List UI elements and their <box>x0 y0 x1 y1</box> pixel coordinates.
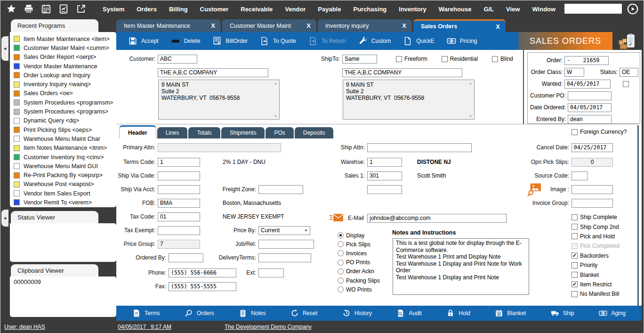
bottom-button-reset[interactable]: Reset <box>290 309 317 317</box>
delivery-terms-field[interactable] <box>258 253 311 262</box>
toolbar-button-billorder[interactable]: $BillOrder <box>206 36 254 46</box>
radio-wo-prints[interactable]: WO Prints <box>338 285 380 294</box>
print-icon[interactable] <box>24 4 34 14</box>
recent-program-order-lookup-and-inquiry[interactable]: Order Lookup and Inquiry <box>14 71 115 80</box>
clipboard-viewer-header[interactable]: Clipboard Viewer <box>11 264 98 276</box>
bottom-button-history[interactable]: History <box>342 309 372 317</box>
cancel-date-field[interactable]: 04/25/2017 <box>572 143 613 152</box>
notes-box[interactable]: This is a test global note for display t… <box>393 238 529 295</box>
statusbar-company[interactable]: The Development Demo Company <box>225 324 312 330</box>
menu-receivable[interactable]: Receivable <box>234 6 279 13</box>
menu-orders[interactable]: Orders <box>130 6 163 13</box>
primary-attn-field[interactable] <box>158 143 281 152</box>
customer-po-field[interactable] <box>568 91 612 100</box>
recent-program-re-print-packing-by-oepsrp[interactable]: Re-Print Packing By <oepsrp> <box>14 171 115 179</box>
flag-blanket[interactable]: Blanket <box>572 270 620 279</box>
bottom-button-ship[interactable]: Ship <box>551 309 574 317</box>
freight-zone-field[interactable] <box>258 185 303 194</box>
customer-address-scrollbar[interactable]: ▲▼ <box>272 80 279 119</box>
phone-field[interactable]: (555) 556-6666 <box>169 268 236 277</box>
wanted-checkbox[interactable] <box>623 81 629 87</box>
order-number-field[interactable]: - 21659 <box>564 56 609 65</box>
toolbar-button-delete[interactable]: Delete <box>165 36 207 46</box>
scroll-down-icon[interactable]: ▼ <box>469 114 472 118</box>
shipto-name-field[interactable]: THE A,B,C COMPANY <box>342 68 462 77</box>
detail-tab-deposits[interactable]: Deposits <box>295 127 334 138</box>
open-window-icon[interactable] <box>76 4 86 14</box>
recent-program-warehouse-menu-maint-char[interactable]: Warehouse Menu Maint Char <box>14 134 115 143</box>
shipto-option-residential[interactable]: Residential <box>442 56 478 62</box>
toolbar-button-to-quote[interactable]: To Quote <box>254 36 302 46</box>
flag-backorders[interactable]: ✓ Backorders <box>572 251 620 260</box>
statusbar-user[interactable]: User: dean HAS <box>4 324 45 330</box>
ship-attn-field[interactable] <box>367 143 472 152</box>
customer-address-box[interactable]: 9 MAIN ST Suite 2 WATERBURY, VT 05676-95… <box>158 80 280 120</box>
opn-pick-slips-field[interactable]: 0 <box>572 158 613 167</box>
invoice-group-field[interactable] <box>572 199 613 208</box>
customer-code-field[interactable]: ABC <box>158 55 197 64</box>
menu-vendor[interactable]: Vendor <box>279 6 312 13</box>
scroll-up-icon[interactable]: ▲ <box>274 81 277 85</box>
recent-program-warehouse-menu-maint-gui[interactable]: Warehouse Menu Maint GUI <box>14 162 115 171</box>
radio-packing-slips[interactable]: Packing Slips <box>338 276 380 285</box>
recent-program-print-picking-slips-oeps[interactable]: Print Picking Slips <oeps> <box>14 125 115 134</box>
menu-system[interactable]: System <box>97 6 130 13</box>
statusbar-datetime[interactable]: 04/05/2017 9:17 AM <box>118 324 171 330</box>
entered-by-field[interactable]: dean <box>568 115 612 124</box>
recent-program-item-master-maintenance-item[interactable]: Item Master Maintenance <item> <box>14 34 115 43</box>
menu-g-l[interactable]: G/L <box>477 6 500 13</box>
favorites-star-icon[interactable] <box>6 4 16 14</box>
toolbar-button-custom[interactable]: Custom <box>352 36 397 46</box>
recent-program-customer-inventory-inq-cinv[interactable]: Customer Inventory Inq <cinv> <box>14 153 115 162</box>
bottom-button-blanket[interactable]: Blanket <box>495 309 526 317</box>
status-viewer-header[interactable]: Status Viewer <box>11 211 98 223</box>
recent-program-system-procedures-programs[interactable]: System Procedures <programs> <box>14 107 115 116</box>
recent-program-item-notes-maintenance-itnm[interactable]: Item Notes Maintenance <itnm> <box>14 144 115 153</box>
status-viewer-collapse-handle[interactable]: ◄ <box>1 210 8 227</box>
recent-program-warehouse-post-wapost[interactable]: Warehouse Post <wapost> <box>14 180 115 189</box>
close-icon[interactable]: X <box>306 22 311 29</box>
recent-program-sales-order-report-oerpt[interactable]: Sales Order Report <oerpt> <box>14 53 115 62</box>
menu-customer[interactable]: Customer <box>194 6 235 13</box>
menu-purchasing[interactable]: Purchasing <box>347 6 393 13</box>
email-field[interactable]: johndoe@abccomp.com <box>367 214 507 223</box>
recent-program-vendor-remit-to-verem[interactable]: Vendor Remit To <verem> <box>14 198 115 207</box>
detail-tab-shipments[interactable]: Shipments <box>221 127 265 138</box>
detail-tab-totals[interactable]: Totals <box>188 127 220 138</box>
flag-no-manifest-bill[interactable]: No Manifest Bill <box>572 289 620 299</box>
scroll-up-icon[interactable]: ▲ <box>469 81 472 85</box>
radio-display[interactable]: Display <box>338 231 380 240</box>
report-icon[interactable] <box>58 4 69 14</box>
ship-via-code-field[interactable] <box>158 171 200 180</box>
tab-sales-orders[interactable]: Sales Orders X <box>413 19 506 32</box>
recent-program-vendor-item-sales-export[interactable]: Vendor Item Sales Export <box>14 189 115 198</box>
tab-item-master-maintenance[interactable]: Item Master Maintenance X <box>116 19 221 32</box>
tab-customer-master-maint[interactable]: Customer Master Maint X <box>222 19 316 32</box>
flag-priority[interactable]: Priority <box>572 260 620 270</box>
radio-order-ackn[interactable]: Order Ackn <box>338 267 380 276</box>
recent-program-system-procedures-programsm[interactable]: System Procedures <programsm> <box>14 98 115 107</box>
flag-item-restrict[interactable]: ✓ Item Restrict <box>572 280 620 289</box>
bottom-button-notes[interactable]: Notes <box>239 309 266 317</box>
scroll-down-icon[interactable]: ▼ <box>274 114 277 118</box>
bottom-button-terms[interactable]: Terms <box>132 309 160 317</box>
menu-billing[interactable]: Billing <box>163 6 194 13</box>
recent-program-inventory-inquiry-wainq[interactable]: Inventory Inquiry <wainq> <box>14 80 115 89</box>
job-rel-field[interactable] <box>258 240 314 249</box>
toolbar-button-accept[interactable]: Accept <box>122 36 165 46</box>
recent-programs-header[interactable]: Recent Programs <box>11 19 98 32</box>
sales2-field[interactable] <box>367 185 402 194</box>
terms-code-field[interactable]: 1 <box>158 158 200 167</box>
flag-ship-comp-2nd[interactable]: Ship Comp 2nd <box>572 222 620 231</box>
close-icon[interactable]: X <box>211 22 215 29</box>
tab-inventory-inquiry[interactable]: Inventory Inquiry X <box>318 19 412 32</box>
close-icon[interactable]: X <box>496 23 500 30</box>
shipto-option-freeform[interactable]: Freeform <box>396 56 427 62</box>
order-class-field[interactable]: W <box>564 68 584 77</box>
toolbar-button-quicke[interactable]: QuickE <box>397 36 441 46</box>
sidebar-collapse-handle[interactable]: ◄ <box>1 36 8 61</box>
radio-invoices[interactable]: Invoices <box>338 249 380 258</box>
recent-program-vendor-master-maintenance[interactable]: Vendor Master Maintenance <box>14 62 115 71</box>
close-icon[interactable]: X <box>402 22 406 29</box>
recent-program-dynamic-query-dq[interactable]: Dynamic Query <dq> <box>14 116 115 125</box>
